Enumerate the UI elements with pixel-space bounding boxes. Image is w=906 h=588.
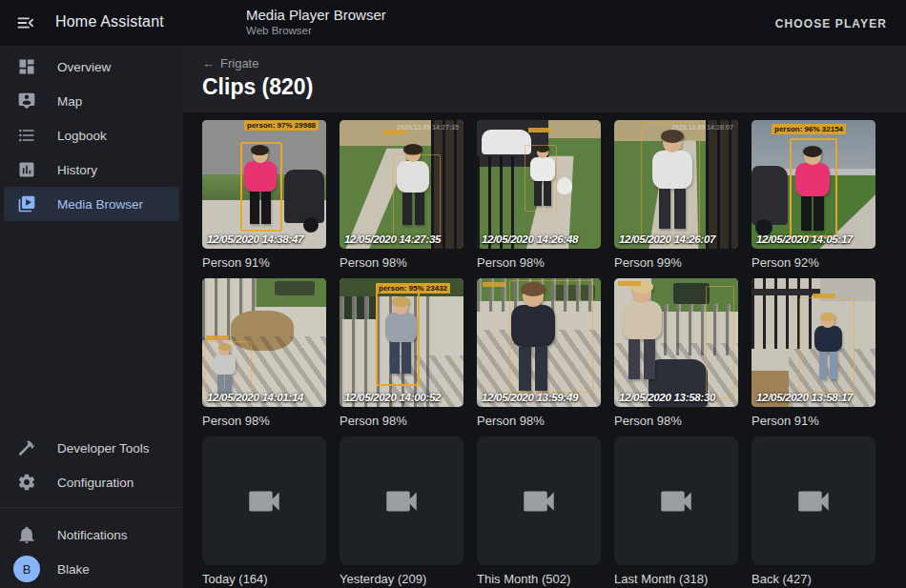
clip-thumbnail: person: 97% 29988 12/05/2020 14:38:47 bbox=[202, 120, 326, 249]
folder-caption: Last Month (318) bbox=[614, 571, 738, 587]
clip-card[interactable]: 12/05/2020 14:01:14 Person 98% bbox=[202, 278, 326, 429]
folder-card-yesterday[interactable]: Yesterday (209) bbox=[340, 436, 463, 587]
hammer-icon bbox=[17, 438, 36, 457]
folder-card-back[interactable]: Back (427) bbox=[752, 436, 875, 587]
clip-timestamp: 12/05/2020 13:59:49 bbox=[482, 392, 578, 404]
clip-timestamp: 12/05/2020 14:38:47 bbox=[207, 233, 303, 246]
clip-timestamp: 12/05/2020 14:26:48 bbox=[482, 233, 578, 246]
clip-card[interactable]: 12/05/2020 14:26:48 Person 98% bbox=[477, 120, 601, 271]
detection-label: person: 95% 23432 bbox=[376, 283, 450, 294]
clip-timestamp: 12/05/2020 13:58:17 bbox=[756, 392, 853, 404]
folder-card-last-month[interactable]: Last Month (318) bbox=[614, 436, 738, 587]
clip-card[interactable]: 2020.12.05 14:26:07 12/05/2020 14:26:07 … bbox=[614, 120, 738, 271]
stroller-wheel bbox=[303, 217, 319, 233]
page-subtitle: Web Browser bbox=[246, 24, 386, 37]
atv-shape bbox=[275, 281, 315, 295]
format-list-bulleted-icon bbox=[17, 126, 36, 145]
detection-bbox bbox=[393, 154, 441, 240]
folder-caption: Today (164) bbox=[202, 571, 326, 587]
top-app-bar: Home Assistant Media Player Browser Web … bbox=[0, 0, 906, 46]
clip-thumbnail: 12/05/2020 13:59:49 bbox=[477, 278, 601, 407]
menu-open-icon[interactable] bbox=[15, 12, 36, 33]
sidebar-item-overview[interactable]: Overview bbox=[4, 50, 179, 84]
detection-bbox bbox=[706, 286, 734, 398]
clip-caption: Person 98% bbox=[477, 413, 601, 429]
sidebar-item-label: Map bbox=[57, 94, 82, 109]
videocam-icon bbox=[519, 481, 559, 521]
sidebar-item-history[interactable]: History bbox=[4, 152, 179, 187]
clip-card[interactable]: person: 96% 32154 12/05/2020 14:05:17 Pe… bbox=[752, 120, 875, 271]
gear-icon bbox=[17, 473, 36, 492]
sidebar-item-label: Logbook bbox=[57, 129, 107, 143]
sidebar-item-notifications[interactable]: Notifications bbox=[4, 517, 179, 552]
clip-thumbnail: person: 95% 23432 12/05/2020 14:00:52 bbox=[340, 278, 463, 407]
folder-thumbnail bbox=[614, 436, 738, 565]
sidebar-item-media-browser[interactable]: Media Browser bbox=[4, 187, 179, 221]
detection-bbox bbox=[240, 142, 282, 232]
folder-caption: This Month (502) bbox=[477, 571, 601, 587]
breadcrumb-frigate[interactable]: ←Frigate bbox=[202, 56, 258, 71]
videocam-icon bbox=[793, 481, 834, 521]
sidebar-item-label: Configuration bbox=[57, 476, 134, 490]
detection-bbox bbox=[509, 280, 593, 393]
clip-card[interactable]: 12/05/2020 13:58:17 Person 91% bbox=[752, 278, 875, 429]
choose-player-button[interactable]: CHOOSE PLAYER bbox=[770, 13, 893, 34]
folder-card-today[interactable]: Today (164) bbox=[202, 436, 326, 587]
embedded-camera-timestamp: 2020.12.05 14:27:35 bbox=[397, 123, 459, 132]
clip-thumbnail: 12/05/2020 14:01:14 bbox=[202, 278, 326, 407]
stroller-shape bbox=[752, 166, 788, 225]
content-header: ←Frigate Clips (820) bbox=[183, 46, 906, 112]
clip-card[interactable]: 2020.12.05 14:27:35 12/05/2020 14:27:35 … bbox=[340, 120, 463, 271]
view-dashboard-icon bbox=[17, 57, 36, 76]
trash-bag-shape bbox=[557, 177, 572, 194]
sidebar-item-logbook[interactable]: Logbook bbox=[4, 118, 179, 152]
clip-caption: Person 98% bbox=[202, 413, 326, 429]
sidebar-item-developer-tools[interactable]: Developer Tools bbox=[4, 431, 179, 465]
page-title-block: Media Player Browser Web Browser bbox=[246, 7, 386, 37]
clip-caption: Person 98% bbox=[477, 254, 601, 271]
sidebar-item-profile[interactable]: B Blake bbox=[4, 552, 179, 586]
detection-label-mini bbox=[483, 282, 505, 287]
clip-thumbnail: 2020.12.05 14:27:35 12/05/2020 14:27:35 bbox=[340, 120, 463, 249]
clip-card[interactable]: 12/05/2020 13:58:30 Person 98% bbox=[614, 278, 738, 429]
detection-label-mini bbox=[206, 335, 229, 340]
folder-caption: Back (427) bbox=[752, 571, 875, 587]
detection-bbox bbox=[525, 145, 557, 212]
chart-box-icon bbox=[17, 160, 36, 179]
detection-bbox bbox=[641, 122, 700, 242]
user-name: Blake bbox=[57, 562, 90, 577]
sidebar-item-configuration[interactable]: Configuration bbox=[4, 465, 179, 499]
clip-caption: Person 99% bbox=[614, 254, 738, 271]
fence-rail bbox=[752, 289, 820, 295]
scene-region bbox=[548, 120, 601, 138]
detection-bbox bbox=[790, 138, 837, 237]
folder-thumbnail bbox=[340, 436, 463, 565]
sidebar-item-label: Media Browser bbox=[57, 197, 143, 212]
videocam-icon bbox=[244, 481, 284, 521]
tooltip-account-icon bbox=[17, 91, 36, 111]
clip-caption: Person 91% bbox=[202, 254, 326, 271]
folder-caption: Yesterday (209) bbox=[340, 571, 463, 587]
sidebar-item-label: History bbox=[57, 163, 97, 177]
sidebar-item-map[interactable]: Map bbox=[4, 84, 179, 118]
back-arrow-icon: ← bbox=[202, 56, 215, 71]
clip-card[interactable]: 12/05/2020 13:59:49 Person 98% bbox=[477, 278, 601, 429]
clip-timestamp: 12/05/2020 14:27:35 bbox=[344, 233, 441, 246]
clip-thumbnail: 12/05/2020 13:58:30 bbox=[614, 278, 738, 407]
breadcrumb-label: Frigate bbox=[220, 56, 258, 71]
sidebar-item-label: Overview bbox=[57, 60, 111, 74]
clip-timestamp: 12/05/2020 14:00:52 bbox=[344, 392, 441, 404]
detection-label: person: 97% 29988 bbox=[244, 120, 319, 131]
folder-thumbnail bbox=[477, 436, 601, 565]
videocam-icon bbox=[656, 481, 696, 521]
sidebar: Overview Map Logbook History Media Brows… bbox=[0, 46, 183, 588]
clip-card[interactable]: person: 97% 29988 12/05/2020 14:38:47 Pe… bbox=[202, 120, 326, 271]
porch-region bbox=[706, 120, 738, 249]
clip-caption: Person 98% bbox=[614, 413, 738, 429]
stroller-shape bbox=[284, 170, 324, 223]
detection-label-mini bbox=[618, 281, 641, 286]
clip-thumbnail: 12/05/2020 13:58:17 bbox=[752, 278, 875, 407]
clip-card[interactable]: person: 95% 23432 12/05/2020 14:00:52 Pe… bbox=[340, 278, 463, 429]
folder-card-this-month[interactable]: This Month (502) bbox=[477, 436, 601, 587]
clip-timestamp: 12/05/2020 14:01:14 bbox=[207, 392, 303, 404]
